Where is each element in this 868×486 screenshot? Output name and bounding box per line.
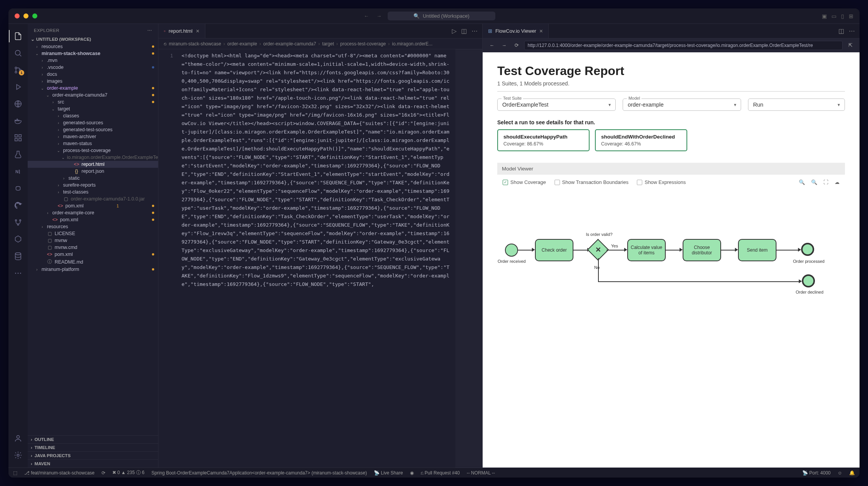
tab-flowcov-viewer[interactable]: ⊞ FlowCov.io Viewer ✕ — [483, 24, 549, 38]
source-control-icon[interactable]: 1 — [9, 62, 27, 78]
radio-icon[interactable]: ◉ — [410, 470, 414, 476]
spring-boot-status[interactable]: Spring Boot-OrderExampleCamunda7Applicat… — [152, 470, 367, 476]
database-icon[interactable] — [9, 249, 27, 264]
settings-icon[interactable] — [9, 448, 27, 463]
close-tab-icon[interactable]: ✕ — [196, 28, 200, 34]
nx-icon[interactable]: N⦚ — [9, 164, 27, 179]
git-branch[interactable]: ⎇ feat/miranum-stack-schowcase — [24, 470, 95, 476]
sidebar-section[interactable]: ›TIMELINE — [28, 443, 158, 451]
tree-item[interactable]: ›resources — [28, 223, 158, 230]
code-editor[interactable]: <!doctype html><html lang="de"><head><me… — [177, 49, 455, 468]
tree-item[interactable]: ⌄miranum-stack-showcase — [28, 50, 158, 57]
zoom-out-icon[interactable]: 🔍 — [799, 179, 805, 185]
tree-item[interactable]: ›maven-archiver — [28, 133, 158, 140]
kubernetes-icon[interactable] — [9, 232, 27, 247]
tree-item[interactable]: ⌄order-example — [28, 85, 158, 92]
zoom-in-icon[interactable]: 🔍 — [811, 179, 817, 185]
remote-indicator[interactable]: ⬚ — [13, 470, 17, 476]
url-bar[interactable]: http://127.0.0.1:4000/order-example/orde… — [524, 41, 843, 50]
search-icon[interactable] — [9, 45, 27, 61]
notifications-icon[interactable]: 🔔 — [849, 470, 855, 476]
more-icon[interactable] — [9, 266, 27, 281]
model-select[interactable]: Model order-example ▼ — [623, 99, 741, 111]
testing-icon[interactable] — [9, 147, 27, 162]
run-icon[interactable]: ▷ — [452, 27, 456, 35]
layout-customize-icon[interactable]: ⊞ — [849, 13, 853, 19]
more-icon[interactable]: ⋯ — [147, 28, 152, 33]
port-forward[interactable]: 📡 Port: 4000 — [802, 470, 831, 476]
tree-item[interactable]: ▢order-example-camunda7-1.0.0.jar — [28, 195, 158, 202]
tree-item[interactable]: ›miranum-platform — [28, 266, 158, 273]
github-icon[interactable] — [9, 198, 27, 213]
show-coverage-checkbox[interactable]: ✓Show Coverage — [503, 179, 546, 185]
breadcrumb[interactable]: ⎋ miranum-stack-showcase› order-example›… — [158, 38, 482, 49]
show-expressions-checkbox[interactable]: Show Expressions — [637, 179, 686, 185]
tree-item[interactable]: ›order-example-core — [28, 209, 158, 216]
tree-item[interactable]: ›test-classes — [28, 189, 158, 195]
layout-panel-right-icon[interactable]: ▯ — [841, 13, 844, 19]
more-icon[interactable]: ⋯ — [471, 27, 478, 35]
reload-icon[interactable]: ⟳ — [512, 42, 521, 48]
account-icon[interactable] — [9, 431, 27, 446]
git-graph-icon[interactable] — [9, 215, 27, 230]
tree-item[interactable]: ⌄target — [28, 105, 158, 112]
tree-item[interactable]: ⌄process-test-coverage — [28, 147, 158, 154]
tree-item[interactable]: ›.mvn — [28, 57, 158, 64]
show-transaction-checkbox[interactable]: Show Transaction Boundaries — [555, 179, 629, 185]
tree-item[interactable]: ›images — [28, 78, 158, 85]
test-suite-select[interactable]: Test Suite OrderExampleTest ▼ — [497, 99, 616, 111]
docker-icon[interactable] — [9, 113, 27, 129]
nav-back-icon[interactable]: ← — [487, 43, 496, 48]
run-card-declined[interactable]: shouldEndWithOrderDeclined Coverage: 46.… — [595, 129, 687, 151]
close-tab-icon[interactable]: ✕ — [539, 28, 543, 34]
sync-icon[interactable]: ⟳ — [102, 470, 105, 476]
live-share[interactable]: 📡 Live Share — [374, 470, 403, 476]
workspace-section[interactable]: ⌄ UNTITLED (WORKSPACE) — [28, 35, 158, 43]
tree-item[interactable]: ▢mvnw — [28, 237, 158, 244]
layout-panel-bottom-icon[interactable]: ▭ — [831, 13, 836, 19]
tree-item[interactable]: ›static — [28, 175, 158, 182]
java-icon[interactable] — [9, 181, 27, 196]
tree-item[interactable]: ›generated-sources — [28, 119, 158, 126]
layout-panel-left-icon[interactable]: ▣ — [822, 13, 827, 19]
tree-item[interactable]: ⌄io.miragon.orderExample.OrderExampleTes… — [28, 154, 158, 161]
sidebar-section[interactable]: ›JAVA PROJECTS — [28, 451, 158, 459]
nav-forward-icon[interactable]: → — [377, 13, 382, 19]
feedback-icon[interactable]: ☺ — [838, 470, 842, 476]
open-external-icon[interactable]: ⇱ — [846, 42, 855, 48]
tree-item[interactable]: ›classes — [28, 112, 158, 119]
run-select[interactable]: Run ▼ — [748, 99, 845, 111]
tree-item[interactable]: ⌄order-example-camunda7 — [28, 92, 158, 99]
tree-item[interactable]: ›src — [28, 99, 158, 105]
tree-item[interactable]: <>pom.xml1 — [28, 202, 158, 209]
pull-request[interactable]: ⎌ Pull Request #40 — [421, 470, 460, 476]
nav-forward-icon[interactable]: → — [500, 43, 509, 48]
maximize-window-button[interactable] — [32, 13, 37, 18]
problems[interactable]: ✖ 0 ▲ 235 ⓘ 6 — [112, 469, 145, 476]
tree-item[interactable]: ▢mvnw.cmd — [28, 244, 158, 251]
tree-item[interactable]: <>report.html — [28, 161, 158, 168]
tree-item[interactable]: ⓘREADME.md — [28, 258, 158, 266]
run-card-happy-path[interactable]: shouldExecuteHappyPath Coverage: 86.67% — [497, 129, 590, 151]
minimap[interactable] — [455, 49, 482, 468]
minimize-window-button[interactable] — [23, 13, 28, 18]
tree-item[interactable]: <>pom.xml — [28, 216, 158, 223]
tree-item[interactable]: ›generated-test-sources — [28, 126, 158, 133]
tree-item[interactable]: ›.vscode — [28, 64, 158, 71]
tree-item[interactable]: ▢LICENSE — [28, 230, 158, 237]
tree-item[interactable]: <>pom.xml — [28, 251, 158, 258]
split-icon[interactable]: ◫ — [461, 27, 467, 35]
command-center[interactable]: 🔍 Untitled (Workspace) — [388, 12, 495, 20]
download-icon[interactable]: ☁ — [835, 179, 840, 185]
sidebar-section[interactable]: ›MAVEN — [28, 459, 158, 468]
extensions-icon[interactable] — [9, 130, 27, 145]
tree-item[interactable]: ›docs — [28, 71, 158, 78]
nav-back-icon[interactable]: ← — [364, 13, 369, 19]
fit-icon[interactable]: ⛶ — [823, 179, 828, 185]
explorer-icon[interactable] — [9, 28, 27, 44]
tree-item[interactable]: ›maven-status — [28, 140, 158, 147]
split-icon[interactable]: ◫ — [838, 27, 844, 35]
remote-icon[interactable] — [9, 96, 27, 112]
tree-item[interactable]: ›resources — [28, 43, 158, 50]
tab-report-html[interactable]: ◦ report.html ✕ — [158, 24, 205, 38]
